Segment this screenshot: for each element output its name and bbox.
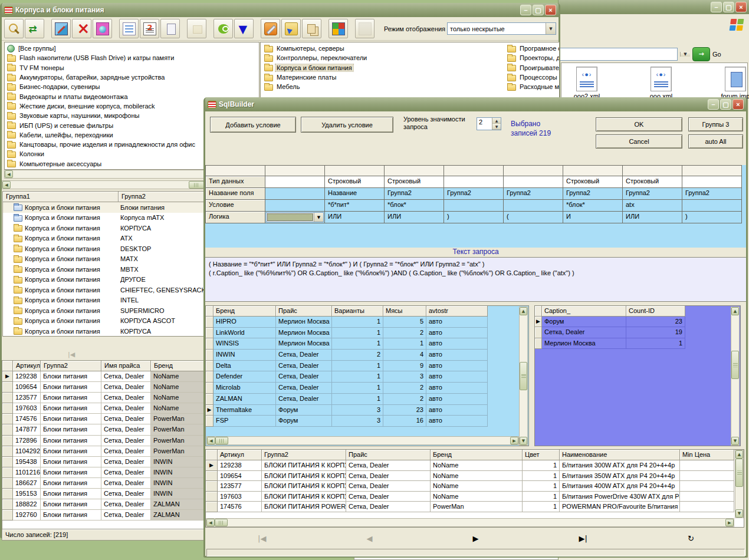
row-selector[interactable]	[535, 338, 542, 349]
column-header[interactable]: Варианты	[332, 306, 383, 317]
condition-cell[interactable]: Строковый	[385, 176, 444, 188]
condition-cell[interactable]	[444, 176, 504, 188]
column-header[interactable]: Мясы	[383, 306, 426, 317]
condition-cell[interactable]	[265, 188, 325, 200]
maximize-icon[interactable]: ▢	[723, 2, 734, 12]
row-selector[interactable]	[206, 492, 218, 502]
row-selector[interactable]	[2, 382, 13, 393]
close-icon[interactable]: ×	[735, 2, 747, 12]
toolbar-button-web[interactable]	[93, 19, 112, 38]
table-row[interactable]: Delta Сетка, Dealer 1 9 авто	[206, 361, 528, 372]
table-row[interactable]: 186627 Блоки питания Сетка, Dealer INWIN	[2, 478, 205, 489]
auto-all-button[interactable]: auto All	[688, 134, 743, 149]
table-row[interactable]: 109654 БЛОКИ ПИТАНИЯ К КОРПУ( Сетка, Dea…	[206, 471, 744, 482]
tree-item[interactable]: Аккумуряторы, батарейки, зарядные устрой…	[5, 73, 259, 82]
table-row[interactable]: LinkWorld Мерлион Москва 1 2 авто	[206, 328, 528, 339]
row-selector[interactable]	[2, 371, 13, 382]
scroll-up-icon[interactable]	[735, 450, 743, 459]
scroll-left-icon[interactable]	[207, 437, 215, 444]
group-grid-hscrollbar[interactable]	[2, 180, 205, 189]
row-selector[interactable]	[2, 424, 13, 435]
scroll-thumb[interactable]	[735, 459, 743, 487]
toolbar-button-note[interactable]	[187, 19, 206, 38]
row-selector[interactable]	[206, 371, 213, 383]
row-selector[interactable]	[2, 489, 13, 499]
condition-cell[interactable]	[682, 176, 742, 188]
condition-cell[interactable]: Группа2	[504, 188, 563, 200]
table-row[interactable]: 109654 Блоки питания Сетка, Dealer NoNam…	[2, 382, 205, 393]
table-row[interactable]: 1101216 Блоки питания Сетка, Dealer INWI…	[2, 467, 205, 478]
column-header[interactable]: Имя прайса	[101, 361, 151, 371]
file-item-forum.imp[interactable]: forum.imp	[715, 67, 749, 100]
first-record-icon[interactable]: |◀	[68, 351, 75, 358]
row-selector[interactable]	[2, 393, 13, 403]
groups-button[interactable]: Группы 3	[688, 117, 743, 131]
column-header[interactable]: Артикул	[218, 450, 262, 460]
delete-condition-button[interactable]: Удалить условие	[301, 117, 393, 133]
table-row[interactable]: 195438 Блоки питания Сетка, Dealer INWIN	[2, 457, 205, 467]
brand-grid-vscrollbar[interactable]	[519, 307, 528, 446]
table-row[interactable]: Корпуса и блоки питания КОРПУСА ASCOT	[3, 316, 204, 327]
table-row[interactable]: Корпуса и блоки питания КОРПУСА	[3, 223, 204, 233]
condition-cell[interactable]: Группа2	[444, 188, 504, 200]
table-row[interactable]: Корпуса и блоки питания MBTX	[3, 264, 204, 275]
spin-up-icon[interactable]: ▲	[492, 118, 501, 124]
spin-down-icon[interactable]: ▼	[492, 124, 501, 130]
add-condition-button[interactable]: Добавить условие	[210, 117, 296, 133]
table-row[interactable]: Корпуса и блоки питания DESKTOP	[3, 243, 204, 254]
column-header[interactable]: Caption_	[542, 306, 626, 317]
maximize-icon[interactable]: ▢	[720, 99, 731, 110]
toolbar-button-delete[interactable]	[72, 19, 91, 38]
row-selector[interactable]	[206, 416, 213, 427]
condition-cell[interactable]: *блок*	[563, 200, 623, 212]
tree-item[interactable]: Бизнес-подарки, сувениры	[5, 82, 259, 91]
table-row[interactable]: 197603 БЛОКИ ПИТАНИЯ К КОРПУ( Сетка, Dea…	[206, 492, 744, 502]
column-header[interactable]: Группа1	[3, 192, 119, 202]
result-grid-hscrollbar[interactable]	[206, 518, 734, 527]
row-selector[interactable]	[206, 394, 213, 405]
toolbar-button-blank[interactable]	[355, 19, 374, 38]
condition-cell[interactable]: ИЛИ	[325, 212, 385, 223]
condition-cell[interactable]: Название	[325, 188, 385, 200]
table-row[interactable]: Корпуса и блоки питания INTEL	[3, 295, 204, 306]
column-header[interactable]: Группа2	[262, 450, 346, 460]
tree-item[interactable]: Корпуса и блоки питания	[262, 63, 368, 73]
condition-cell[interactable]: Строковый	[325, 176, 385, 188]
condition-column-header[interactable]	[563, 165, 623, 176]
row-selector[interactable]	[206, 502, 218, 512]
result-grid-vscrollbar[interactable]	[735, 450, 744, 518]
toolbar-button-nabla[interactable]	[234, 19, 254, 38]
tree-item[interactable]: Програмное об	[505, 44, 560, 53]
condition-cell[interactable]: Строковый	[563, 176, 623, 188]
tree-item[interactable]: [Все группы]	[5, 44, 259, 53]
condition-cell[interactable]	[265, 200, 325, 212]
table-row[interactable]: Корпуса и блоки питания ATX	[3, 233, 204, 244]
row-selector[interactable]	[206, 481, 218, 492]
table-row[interactable]: 1104292 Блоки питания Сетка, Dealer Powe…	[2, 446, 205, 457]
table-row[interactable]: 197603 Блоки питания Сетка, Dealer NoNam…	[2, 403, 205, 414]
query-text-memo[interactable]: ( Название = "*б*пит*" ИЛИ Группа2 = "*б…	[205, 257, 746, 302]
toolbar-button-report[interactable]	[140, 19, 159, 38]
address-input[interactable]	[560, 48, 678, 61]
table-row[interactable]: 147877 Блоки питания Сетка, Dealer Power…	[2, 424, 205, 435]
table-row[interactable]: 174576 БЛОКИ ПИТАНИЯ POWERM Сетка, Deale…	[206, 502, 744, 512]
scroll-thumb[interactable]	[731, 351, 739, 379]
condition-cell[interactable]: (	[504, 212, 563, 223]
condition-column-header[interactable]	[682, 165, 742, 176]
condition-column-header[interactable]	[385, 165, 444, 176]
close-icon[interactable]: ×	[732, 99, 744, 110]
table-row[interactable]: Корпуса и блоки питания MATX	[3, 254, 204, 265]
file-item-ooo2.xml[interactable]: ooo2.xml	[566, 67, 607, 100]
table-row[interactable]: 195153 Блоки питания Сетка, Dealer INWIN	[2, 489, 205, 499]
column-header[interactable]: avtostr	[426, 306, 488, 317]
table-row[interactable]: WINSIS Мерлион Москва 1 1 авто	[206, 338, 528, 350]
tree-item[interactable]: Контроллеры, переключатели	[262, 53, 368, 62]
row-selector[interactable]	[206, 361, 213, 372]
row-selector[interactable]	[2, 457, 13, 467]
table-row[interactable]: 188822 Блоки питания Сетка, Dealer ZALMA…	[2, 499, 205, 510]
table-row[interactable]: 172896 Блоки питания Сетка, Dealer Power…	[2, 436, 205, 446]
condition-cell[interactable]	[504, 200, 563, 212]
condition-column-header[interactable]	[623, 165, 682, 176]
minimize-icon[interactable]: –	[708, 99, 719, 110]
row-selector[interactable]	[2, 499, 13, 510]
